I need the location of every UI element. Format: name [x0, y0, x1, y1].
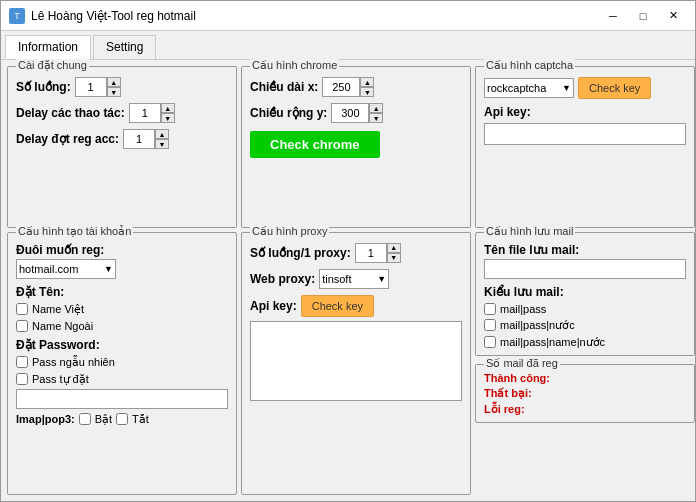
proxy-so-luong-up[interactable]: ▲	[387, 243, 401, 253]
name-viet-label: Name Việt	[32, 303, 84, 316]
chieu-rong-input[interactable]	[331, 103, 369, 123]
delay-dot-reg-up[interactable]: ▲	[155, 129, 169, 139]
loi-reg-row: Lỗi reg:	[484, 403, 686, 416]
tat-checkbox[interactable]	[116, 413, 128, 425]
delay-dot-reg-row: Delay đợt reg acc: ▲ ▼	[16, 129, 228, 149]
pass-input[interactable]	[16, 389, 228, 409]
check-captcha-key-button[interactable]: Check key	[578, 77, 651, 99]
delay-thao-tac-input[interactable]	[129, 103, 161, 123]
proxy-api-key-label: Api key:	[250, 299, 297, 313]
chrome-section: Cấu hình chrome Chiều dài x: ▲ ▼ Chiều r…	[241, 66, 471, 228]
account-dropdown-arrow: ▼	[104, 264, 113, 274]
name-viet-row: Name Việt	[16, 303, 228, 316]
ten-file-input[interactable]	[484, 259, 686, 279]
option2-checkbox[interactable]	[484, 319, 496, 331]
chieu-rong-row: Chiều rộng y: ▲ ▼	[250, 103, 462, 123]
proxy-so-luong-btns: ▲ ▼	[387, 243, 401, 263]
option3-row: mail|pass|name|nước	[484, 336, 686, 349]
delay-thao-tac-up[interactable]: ▲	[161, 103, 175, 113]
delay-thao-tac-btns: ▲ ▼	[161, 103, 175, 123]
duoi-dropdown-row: hotmail.com ▼	[16, 259, 228, 279]
name-ngoai-checkbox[interactable]	[16, 320, 28, 332]
check-proxy-button[interactable]: Check key	[301, 295, 374, 317]
pass-ngau-nhien-checkbox[interactable]	[16, 356, 28, 368]
chieu-rong-down[interactable]: ▼	[369, 113, 383, 123]
account-section: Cấu hình tạo tài khoản Đuôi muốn reg: ho…	[7, 232, 237, 496]
ten-file-label: Tên file lưu mail:	[484, 243, 579, 257]
captcha-label: Cấu hình captcha	[484, 59, 575, 72]
savemail-label: Cấu hình lưu mail	[484, 225, 575, 238]
chieu-dai-input[interactable]	[322, 77, 360, 97]
close-button[interactable]: ✕	[659, 6, 687, 26]
pass-tu-dat-label: Pass tự đặt	[32, 373, 89, 386]
so-luong-up[interactable]: ▲	[107, 77, 121, 87]
option3-checkbox[interactable]	[484, 336, 496, 348]
name-ngoai-label: Name Ngoài	[32, 320, 93, 332]
chieu-dai-spinner: ▲ ▼	[322, 77, 374, 97]
minimize-button[interactable]: ─	[599, 6, 627, 26]
tab-bar: Information Setting	[1, 31, 695, 60]
title-buttons: ─ □ ✕	[599, 6, 687, 26]
window-title: Lê Hoàng Việt-Tool reg hotmail	[31, 9, 196, 23]
stats-label: Số mail đã reg	[484, 357, 560, 370]
minimize-icon: ─	[609, 10, 617, 22]
web-proxy-label: Web proxy:	[250, 272, 315, 286]
option2-row: mail|pass|nước	[484, 319, 686, 332]
web-proxy-arrow: ▼	[377, 274, 386, 284]
delay-thao-tac-label: Delay các thao tác:	[16, 106, 125, 120]
delay-dot-reg-input[interactable]	[123, 129, 155, 149]
captcha-dropdown[interactable]: rockcaptcha ▼	[484, 78, 574, 98]
delay-thao-tac-down[interactable]: ▼	[161, 113, 175, 123]
so-luong-input[interactable]: 1	[75, 77, 107, 97]
kieu-luu-row: Kiểu lưu mail:	[484, 285, 686, 299]
account-dropdown[interactable]: hotmail.com ▼	[16, 259, 116, 279]
tat-label: Tắt	[132, 413, 149, 426]
duoi-reg-row: Đuôi muốn reg:	[16, 243, 228, 257]
dat-password-label: Đặt Password:	[16, 338, 228, 352]
captcha-api-key-input[interactable]	[484, 123, 686, 145]
maximize-icon: □	[640, 10, 647, 22]
close-icon: ✕	[669, 9, 678, 22]
tab-setting[interactable]: Setting	[93, 35, 156, 59]
delay-dot-reg-down[interactable]: ▼	[155, 139, 169, 149]
option1-row: mail|pass	[484, 303, 686, 315]
proxy-so-luong-input[interactable]	[355, 243, 387, 263]
pass-ngau-nhien-row: Pass ngẫu nhiên	[16, 356, 228, 369]
api-key-row: Api key:	[484, 105, 686, 119]
option1-label: mail|pass	[500, 303, 546, 315]
bat-label: Bật	[95, 413, 112, 426]
pass-tu-dat-row: Pass tự đặt	[16, 373, 228, 386]
delay-dot-reg-label: Delay đợt reg acc:	[16, 132, 119, 146]
proxy-textarea[interactable]	[250, 321, 462, 401]
title-bar-left: T Lê Hoàng Việt-Tool reg hotmail	[9, 8, 196, 24]
so-luong-label: Số luồng:	[16, 80, 71, 94]
bat-checkbox[interactable]	[79, 413, 91, 425]
chieu-dai-up[interactable]: ▲	[360, 77, 374, 87]
so-luong-spinner-btns: ▲ ▼	[107, 77, 121, 97]
imap-row: Imap|pop3: Bật Tắt	[16, 413, 228, 426]
option2-label: mail|pass|nước	[500, 319, 575, 332]
web-proxy-dropdown[interactable]: tinsoft ▼	[319, 269, 389, 289]
delay-dot-reg-spinner: ▲ ▼	[123, 129, 169, 149]
option1-checkbox[interactable]	[484, 303, 496, 315]
that-bai-label: Thất bại:	[484, 387, 532, 400]
pass-tu-dat-checkbox[interactable]	[16, 373, 28, 385]
proxy-so-luong-spinner: ▲ ▼	[355, 243, 401, 263]
so-luong-row: Số luồng: 1 ▲ ▼	[16, 77, 228, 97]
name-ngoai-row: Name Ngoài	[16, 320, 228, 332]
app-icon: T	[9, 8, 25, 24]
proxy-so-luong-down[interactable]: ▼	[387, 253, 401, 263]
maximize-button[interactable]: □	[629, 6, 657, 26]
proxy-so-luong-label: Số luồng/1 proxy:	[250, 246, 351, 260]
captcha-dropdown-arrow: ▼	[562, 83, 571, 93]
tab-information[interactable]: Information	[5, 35, 91, 59]
duoi-reg-label: Đuôi muốn reg:	[16, 243, 104, 257]
api-key-label: Api key:	[484, 105, 531, 119]
proxy-so-luong-row: Số luồng/1 proxy: ▲ ▼	[250, 243, 462, 263]
so-luong-down[interactable]: ▼	[107, 87, 121, 97]
chieu-rong-up[interactable]: ▲	[369, 103, 383, 113]
captcha-type-row: rockcaptcha ▼ Check key	[484, 77, 686, 99]
chieu-dai-down[interactable]: ▼	[360, 87, 374, 97]
name-viet-checkbox[interactable]	[16, 303, 28, 315]
check-chrome-button[interactable]: Check chrome	[250, 131, 380, 158]
